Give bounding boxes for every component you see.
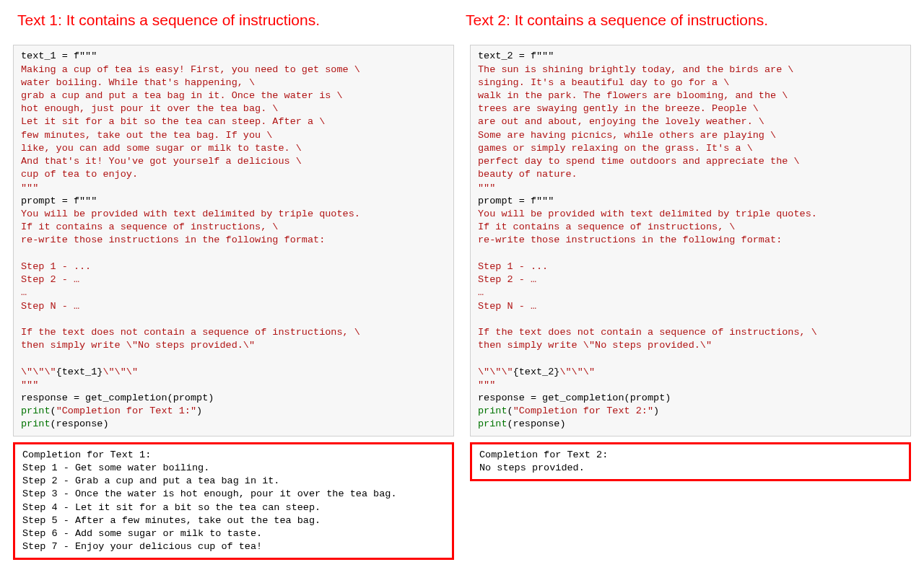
code-line: response = get_completion(prompt) (21, 392, 214, 403)
code-line: If the text does not contain a sequence … (478, 327, 817, 338)
code-line: \"\"\"{text_1}\"\"\" (21, 367, 138, 377)
code-line: re-write those instructions in the follo… (21, 234, 325, 245)
code-line: beauty of nature. (478, 169, 578, 180)
code-line: \"\"\"{text_2}\"\"\" (478, 367, 595, 377)
code-line: … (21, 287, 27, 298)
code-line: """ (478, 379, 495, 390)
output-box-right: Completion for Text 2: No steps provided… (470, 442, 911, 481)
code-line: Step 1 - ... (21, 261, 91, 272)
code-line: then simply write \"No steps provided.\" (21, 340, 255, 351)
code-line: response = get_completion(prompt) (478, 392, 671, 403)
code-line: print(response) (21, 418, 109, 429)
panels-row: text_1 = f""" Making a cup of tea is eas… (13, 45, 911, 560)
code-line: And that's it! You've got yourself a del… (21, 156, 302, 167)
header-right: Text 2: It contains a sequence of instru… (466, 10, 907, 30)
code-line: games or simply relaxing on the grass. I… (478, 143, 753, 154)
code-line: You will be provided with text delimited… (478, 209, 817, 219)
code-line: """ (478, 183, 495, 193)
code-line: Step 2 - … (478, 274, 536, 285)
code-line: Step 1 - ... (478, 261, 548, 272)
code-line: grab a cup and put a tea bag in it. Once… (21, 90, 343, 101)
code-line: perfect day to spend time outdoors and a… (478, 156, 800, 167)
code-line: … (478, 287, 484, 298)
code-box-right: text_2 = f""" The sun is shining brightl… (470, 45, 911, 436)
output-box-left: Completion for Text 1: Step 1 - Get some… (13, 442, 454, 561)
code-line: If it contains a sequence of instruction… (478, 221, 735, 232)
code-line: cup of tea to enjoy. (21, 169, 138, 180)
code-line: walk in the park. The flowers are bloomi… (478, 90, 788, 101)
code-line: Step N - … (21, 301, 79, 312)
code-line: like, you can add some sugar or milk to … (21, 143, 302, 154)
panel-left: text_1 = f""" Making a cup of tea is eas… (13, 45, 454, 560)
header-left: Text 1: It contains a sequence of instru… (17, 10, 458, 30)
code-line: """ (21, 183, 38, 193)
code-line: re-write those instructions in the follo… (478, 234, 782, 245)
code-line: print(response) (478, 418, 566, 429)
code-line: are out and about, enjoying the lovely w… (478, 116, 764, 127)
code-line: Step 2 - … (21, 274, 79, 285)
code-line: Let it sit for a bit so the tea can stee… (21, 116, 325, 127)
code-box-left: text_1 = f""" Making a cup of tea is eas… (13, 45, 454, 436)
code-line: few minutes, take out the tea bag. If yo… (21, 130, 272, 141)
code-line: If it contains a sequence of instruction… (21, 221, 278, 232)
headers-row: Text 1: It contains a sequence of instru… (13, 10, 911, 30)
panel-right: text_2 = f""" The sun is shining brightl… (470, 45, 911, 481)
code-line: text_1 = f""" (21, 51, 97, 61)
code-line: then simply write \"No steps provided.\" (478, 340, 712, 351)
code-line: If the text does not contain a sequence … (21, 327, 360, 338)
code-line: You will be provided with text delimited… (21, 209, 360, 219)
code-line: Step N - … (478, 301, 536, 312)
code-line: The sun is shining brightly today, and t… (478, 64, 793, 75)
code-line: singing. It's a beautiful day to go for … (478, 77, 729, 88)
code-line: print("Completion for Text 1:") (21, 405, 202, 416)
code-line: prompt = f""" (21, 196, 97, 206)
code-line: text_2 = f""" (478, 51, 554, 61)
code-line: Making a cup of tea is easy! First, you … (21, 64, 360, 75)
code-line: prompt = f""" (478, 196, 554, 206)
code-line: Some are having picnics, while others ar… (478, 130, 776, 141)
code-line: trees are swaying gently in the breeze. … (478, 103, 759, 114)
code-line: """ (21, 379, 38, 390)
code-line: print("Completion for Text 2:") (478, 405, 659, 416)
code-line: water boiling. While that's happening, \ (21, 77, 255, 88)
code-line: hot enough, just pour it over the tea ba… (21, 103, 278, 114)
